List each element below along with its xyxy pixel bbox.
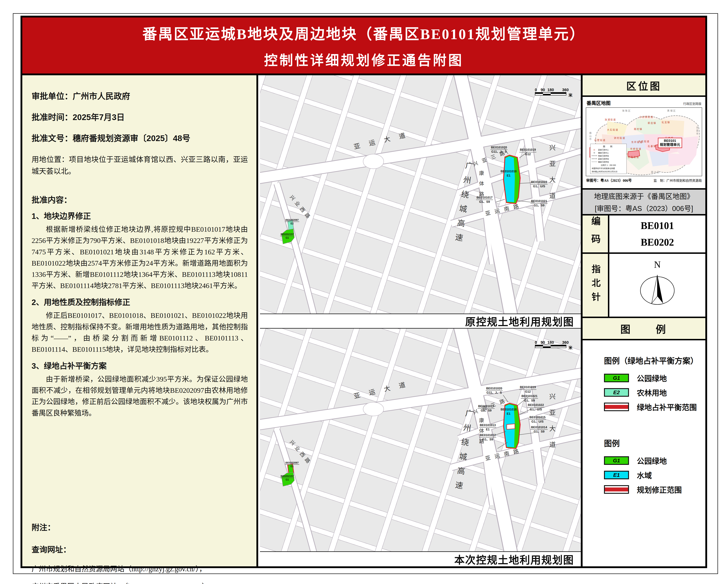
revision-range-swatch bbox=[604, 485, 629, 494]
parcel-code: BE0101018 bbox=[500, 169, 517, 174]
g1-swatch: G1 bbox=[604, 374, 629, 382]
scale-unit: 米 bbox=[569, 344, 572, 350]
town-label: 大石街道 bbox=[607, 128, 619, 131]
e1-label: 水域 bbox=[637, 470, 652, 480]
scale-tick-90: 90 bbox=[541, 340, 545, 345]
parcel-use: G1、S9 bbox=[478, 409, 495, 413]
title-header: 番禺区亚运城B地块及周边地块（番禺区BE0101规划管理单元） 控制性详细规划修… bbox=[22, 18, 705, 75]
compass-row: 指北针 N bbox=[582, 253, 705, 317]
unit-code-be0202: BE0202 bbox=[641, 234, 674, 250]
town-label: 石壁街道 bbox=[594, 138, 606, 141]
parcel-use: E1 bbox=[500, 412, 517, 416]
unit-code-row: 编码 BE0101 BE0202 bbox=[582, 214, 705, 253]
section3-heading: 3、绿地占补平衡方案 bbox=[32, 360, 248, 371]
title-line-1: 番禺区亚运城B地块及周边地块（番禺区BE0101规划管理单元） bbox=[142, 22, 585, 43]
county-center-icon: ◎ bbox=[592, 149, 597, 151]
parcel-use: G1 bbox=[285, 464, 299, 468]
neighbor-label: 南沙区 bbox=[651, 170, 660, 174]
revised-map-caption: 本次控规土地利用规划图 bbox=[260, 551, 581, 566]
legend-box: 图例（绿地占补平衡方案） G1 公园绿地 E2 农林用地 绿地占补平衡范围 图例… bbox=[582, 339, 705, 566]
parcel-callout: BE0101018E1 bbox=[500, 169, 517, 178]
road-network-graphic bbox=[260, 328, 581, 551]
town-label: 石碁镇 bbox=[648, 144, 656, 148]
scale-tick-180: 180 bbox=[547, 340, 554, 345]
approval-date-line: 批准时间：2025年7月3日 bbox=[32, 111, 248, 122]
notes-heading: 附注： bbox=[32, 521, 248, 533]
unit-code-label-cell: 编码 bbox=[582, 215, 609, 253]
mini-legend-note-1: 本图界线不作为权属争议依据 bbox=[592, 167, 625, 170]
parcel-callout: BE0101017G1、S9 bbox=[478, 404, 495, 413]
prefecture-boundary-icon bbox=[592, 156, 597, 156]
compass-label-cell: 指北针 bbox=[582, 254, 609, 317]
parcel-use: G1、S9 bbox=[479, 437, 496, 442]
scale-unit: 米 bbox=[569, 92, 572, 98]
parcel-callout: BE0101019G12 bbox=[519, 148, 536, 156]
neighbor-label: 东莞市 bbox=[696, 126, 699, 135]
section3-body: 由于新增桥梁，公园绿地面积减少395平方米。为保证公园绿地面积不减少，在相邻规划… bbox=[32, 373, 248, 419]
town-center-icon: ⊙ bbox=[592, 152, 597, 154]
parcel-code: BE0101022 bbox=[530, 180, 548, 184]
content-frame: 番禺区亚运城B地块及周边地块（番禺区BE0101规划管理单元） 控制性详细规划修… bbox=[21, 16, 707, 568]
parcel-code: BE0202157 bbox=[280, 475, 294, 478]
scale-bar-numbers: 0 90 180 360 bbox=[535, 87, 566, 92]
parcel-code: BE0101021 bbox=[530, 199, 548, 204]
parcel-use: G1 bbox=[280, 478, 294, 481]
source-line-1: 地理底图来源于《番禺区地图》 bbox=[594, 191, 694, 201]
mini-legend-note-2: 资料截止时间为2022年12月31日 bbox=[592, 170, 625, 173]
scale-tick-360: 360 bbox=[562, 340, 569, 345]
mini-legend-item: 镇级行政界线 bbox=[598, 161, 609, 163]
parcel-callout: BE0202157G1 bbox=[280, 475, 294, 481]
parcel-use: E1 bbox=[479, 428, 496, 431]
original-map-caption: 原控规土地利用规划图 bbox=[260, 314, 581, 328]
interchange-loop bbox=[363, 402, 384, 416]
parcel-callout: BE0101022G1、U/S bbox=[530, 180, 548, 188]
query-url-2[interactable]: 广州市番禺区人民政府网站 （http://www.panyu.gov.cn/）。 bbox=[32, 583, 248, 584]
parcel-callout: BE0101012G1、S9 bbox=[479, 433, 496, 442]
parcel-callout: BE0101014G1、S9 bbox=[530, 425, 548, 434]
compass-label: 指北针 bbox=[589, 264, 602, 306]
source-line-2: [审图号：粤AS（2023）006号] bbox=[595, 203, 693, 213]
parcel-code: BE0101022 bbox=[527, 403, 544, 407]
approval-date-value: 2025年7月3日 bbox=[73, 112, 125, 122]
mini-legend-item: 县级行政界线 bbox=[598, 158, 609, 160]
location-map-header: 番禺区地图 行政区划简版 bbox=[586, 99, 702, 107]
approval-unit-value: 广州市人民政府 bbox=[73, 91, 130, 101]
parcel-callout: BE0101021G1、S9 bbox=[530, 199, 548, 208]
g1-label: 公园绿地 bbox=[637, 455, 667, 466]
balance-range-label: 绿地占补平衡范围 bbox=[637, 401, 697, 412]
parcel-use: E2 bbox=[285, 222, 299, 225]
district-map-legend: 图 例 ◎县级行政中心 ⊙镇级行政中心 地级行政界线 县级行政界线 镇级行政界线… bbox=[590, 144, 627, 174]
balance-range-swatch bbox=[604, 403, 629, 411]
scale-bar-graphic bbox=[535, 92, 566, 96]
parcel-use: G1、S9 bbox=[530, 204, 548, 208]
parcel-callout: BE0101022G1、U/S bbox=[527, 403, 544, 412]
parcel-use: G1、S9 bbox=[521, 399, 538, 403]
legend-item-e1: E1 水域 bbox=[604, 470, 698, 480]
district-map-title: 番禺区地图 bbox=[587, 99, 610, 106]
county-boundary-icon bbox=[592, 159, 597, 159]
unit-label-be0101: BE0101 规划管理单元 bbox=[658, 138, 682, 148]
query-url-1[interactable]: 广州市规划和自然资源局网站（http://ghzyj.gz.gov.cn/）， bbox=[32, 565, 248, 573]
e1-swatch: E1 bbox=[604, 471, 629, 479]
legend-group1-title: 图例（绿地占补平衡方案） bbox=[604, 354, 698, 366]
parcel-code: BE0101019 bbox=[519, 148, 536, 152]
scale-bar-graphic bbox=[535, 345, 566, 348]
section1-heading: 1、地块边界修正 bbox=[32, 210, 248, 221]
town-label: 桥南街道 bbox=[628, 155, 639, 159]
parcel-use: G1、U/S bbox=[530, 184, 548, 188]
parcel-callout: BE0101021G1、S9 bbox=[521, 394, 538, 402]
revised-plan-map: 亚运大道 兴业西路 兴亚三路 康体路 亚运南路 广州绕城高速 兴亚大道 0 90… bbox=[260, 328, 581, 551]
parcel-code: BE0101015 bbox=[529, 416, 546, 420]
e2-label: 农林用地 bbox=[637, 387, 667, 398]
town-label: 新造镇 bbox=[648, 121, 656, 125]
site-location-label: 用地位置： bbox=[32, 155, 69, 164]
parcel-callout: BE0101018E1 bbox=[500, 407, 517, 416]
legend-item-e2: E2 农林用地 bbox=[604, 387, 698, 398]
parcel-use: G1、U/S bbox=[529, 420, 546, 424]
mini-legend-item: 县级行政中心 bbox=[598, 149, 609, 151]
district-map-canvas: 洛浦街道 大石街道 石壁街道 钟村街道 东环街道 市桥街道 沙头街道 沙湾街道 … bbox=[586, 107, 702, 176]
legend-group2-title: 图例 bbox=[604, 437, 698, 449]
parcel-code: BE0101014 bbox=[530, 425, 548, 430]
parcel-code: BE0101017 bbox=[476, 196, 493, 200]
parcel-use: G11、J、S bbox=[486, 391, 503, 395]
